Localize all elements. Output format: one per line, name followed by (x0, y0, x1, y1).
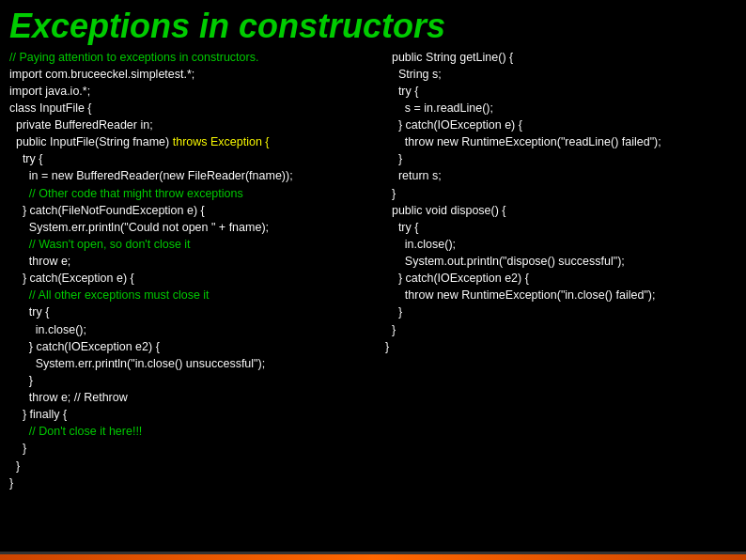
code-line: } (9, 474, 376, 491)
code-line: try { (385, 219, 746, 236)
code-line: } (385, 338, 746, 355)
code-line: // Wasn't open, so don't close it (9, 236, 376, 253)
page-title: Exceptions in constructors (0, 0, 746, 49)
code-line: // All other exceptions must close it (9, 287, 376, 303)
code-line: } (385, 150, 746, 167)
code-line: } catch(IOException e2) { (9, 338, 376, 355)
left-code-block: // Paying attention to exceptions in con… (9, 49, 376, 491)
right-code-block: public String getLine() { String s; try … (385, 49, 746, 355)
code-line: System.err.println("in.close() unsuccess… (9, 355, 376, 372)
page: Exceptions in constructors // Paying att… (0, 0, 746, 560)
code-line: // Don't close it here!!! (9, 423, 376, 440)
code-line: // Paying attention to exceptions in con… (9, 49, 376, 66)
code-line: public String getLine() { (385, 49, 746, 66)
code-line: class InputFile { (9, 100, 376, 117)
code-line: in.close(); (385, 236, 746, 253)
code-line: try { (9, 303, 376, 320)
code-line: System.out.println("dispose() successful… (385, 253, 746, 270)
code-line: } catch(IOException e2) { (385, 270, 746, 287)
code-line: } catch(Exception e) { (9, 270, 376, 287)
bottom-bar (0, 554, 746, 560)
code-line: throw e; // Rethrow (9, 389, 376, 406)
code-line: throw new RuntimeException("in.close() f… (385, 287, 746, 303)
left-column: // Paying attention to exceptions in con… (9, 49, 376, 491)
code-line: throw new RuntimeException("readLine() f… (385, 133, 746, 150)
code-line: return s; (385, 167, 746, 184)
code-line: throw e; (9, 253, 376, 270)
code-line: } (9, 458, 376, 474)
code-line: } (385, 185, 746, 202)
code-line: try { (9, 150, 376, 167)
code-line: private BufferedReader in; (9, 117, 376, 133)
code-line: String s; (385, 66, 746, 83)
code-line: import com.bruceeckel.simpletest.*; (9, 66, 376, 83)
code-line: } (9, 372, 376, 389)
code-line: public InputFile(String fname) throws Ex… (9, 133, 376, 150)
code-line: try { (385, 83, 746, 100)
code-line: public void dispose() { (385, 202, 746, 219)
right-column: public String getLine() { String s; try … (376, 49, 746, 491)
code-line: in = new BufferedReader(new FileReader(f… (9, 167, 376, 184)
code-line: } catch(IOException e) { (385, 117, 746, 133)
code-line: } (385, 303, 746, 320)
code-line: } finally { (9, 406, 376, 423)
code-line: } catch(FileNotFoundException e) { (9, 202, 376, 219)
code-line: s = in.readLine(); (385, 100, 746, 117)
code-line: System.err.println("Could not open " + f… (9, 219, 376, 236)
code-line: in.close(); (9, 321, 376, 338)
content-area: // Paying attention to exceptions in con… (0, 49, 746, 491)
code-line: import java.io.*; (9, 83, 376, 100)
code-line: } (9, 440, 376, 457)
code-line: // Other code that might throw exception… (9, 185, 376, 202)
code-line: } (385, 321, 746, 338)
